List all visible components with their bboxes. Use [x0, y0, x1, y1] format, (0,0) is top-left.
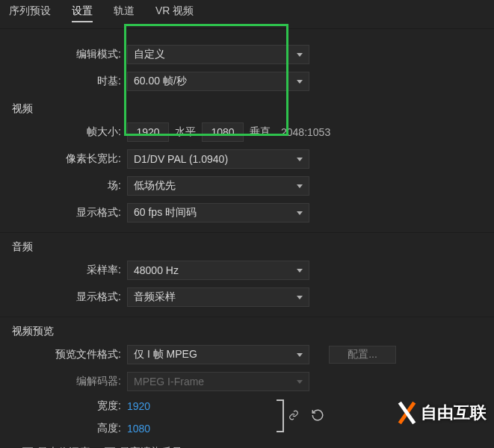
audio-display-format-value: 音频采样: [134, 290, 176, 304]
pixel-aspect-value: D1/DV PAL (1.0940): [134, 153, 228, 165]
section-preview: 视频预览: [0, 317, 494, 341]
preview-format-select[interactable]: 仅 I 帧 MPEG: [127, 345, 309, 364]
display-format-value: 60 fps 时间码: [134, 206, 197, 220]
preview-format-value: 仅 I 帧 MPEG: [134, 348, 197, 361]
preview-height-value[interactable]: 1080: [127, 423, 150, 435]
configure-button[interactable]: 配置...: [329, 346, 396, 364]
fields-select[interactable]: 低场优先: [127, 176, 309, 196]
fields-value: 低场优先: [134, 179, 176, 193]
chevron-down-icon: [297, 158, 303, 161]
tab-sequence-preset[interactable]: 序列预设: [9, 4, 51, 22]
tab-vr-video[interactable]: VR 视频: [155, 4, 194, 22]
chevron-down-icon: [297, 269, 303, 273]
aspect-ratio-text: 2048:1053: [281, 126, 330, 138]
chevron-down-icon: [297, 184, 303, 188]
chevron-down-icon: [297, 53, 303, 57]
settings-panel: 编辑模式: 自定义 时基: 60.00 帧/秒 视频 帧大小: 1920 水平 …: [0, 41, 494, 448]
chevron-down-icon: [297, 211, 303, 215]
reset-icon[interactable]: [311, 408, 324, 424]
fields-label: 场:: [0, 179, 127, 193]
tab-tracks[interactable]: 轨道: [114, 4, 135, 22]
horizontal-label: 水平: [175, 125, 196, 139]
chevron-down-icon: [297, 296, 303, 299]
frame-height-input[interactable]: 1080: [202, 122, 244, 142]
codec-value: MPEG I-Frame: [134, 376, 204, 388]
link-icon[interactable]: [284, 410, 303, 423]
sample-rate-select[interactable]: 48000 Hz: [127, 261, 309, 280]
codec-label: 编解码器:: [0, 375, 127, 388]
edit-mode-value: 自定义: [134, 48, 165, 61]
preview-width-label: 宽度:: [0, 399, 127, 413]
pixel-aspect-label: 像素长宽比:: [0, 152, 127, 166]
audio-display-format-label: 显示格式:: [0, 290, 127, 304]
link-bracket-icon: [277, 399, 284, 432]
sample-rate-value: 48000 Hz: [134, 264, 179, 276]
display-format-label: 显示格式:: [0, 206, 127, 220]
tab-settings[interactable]: 设置: [72, 4, 93, 22]
timebase-value: 60.00 帧/秒: [134, 75, 187, 88]
frame-size-label: 帧大小:: [0, 125, 127, 139]
edit-mode-select[interactable]: 自定义: [127, 45, 309, 64]
frame-width-input[interactable]: 1920: [127, 122, 169, 142]
preview-height-label: 高度:: [0, 422, 127, 435]
preview-width-value[interactable]: 1920: [127, 400, 150, 412]
section-audio: 音频: [0, 233, 494, 257]
timebase-label: 时基:: [0, 75, 127, 88]
section-video: 视频: [0, 95, 494, 119]
pixel-aspect-select[interactable]: D1/DV PAL (1.0940): [127, 149, 309, 169]
tab-bar: 序列预设 设置 轨道 VR 视频: [0, 0, 494, 29]
edit-mode-label: 编辑模式:: [0, 48, 127, 61]
audio-display-format-select[interactable]: 音频采样: [127, 287, 309, 307]
preview-format-label: 预览文件格式:: [0, 348, 127, 361]
chevron-down-icon: [297, 353, 303, 357]
vertical-label: 垂直: [250, 125, 271, 139]
chevron-down-icon: [297, 380, 303, 384]
display-format-select[interactable]: 60 fps 时间码: [127, 203, 309, 223]
codec-select: MPEG I-Frame: [127, 372, 309, 391]
chevron-down-icon: [297, 80, 303, 84]
timebase-select[interactable]: 60.00 帧/秒: [127, 72, 309, 91]
link-dimensions-cluster: [277, 399, 324, 432]
sample-rate-label: 采样率:: [0, 264, 127, 277]
